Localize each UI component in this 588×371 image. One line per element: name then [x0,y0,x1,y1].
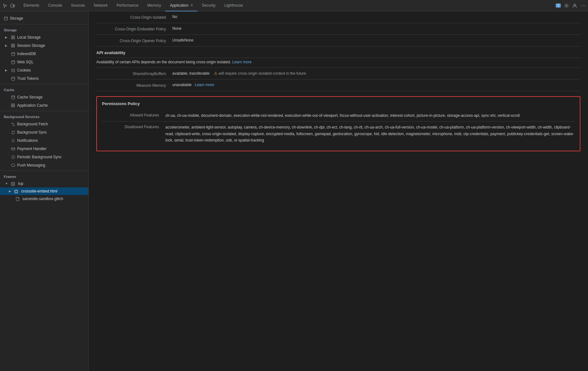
app-cache-label: Application Cache [17,103,48,108]
top-frame-label: top [18,181,23,186]
divider [0,24,88,24]
arrows-icon [11,122,15,126]
api-learn-more-link[interactable]: Learn more [232,60,252,64]
svg-point-17 [13,69,14,70]
bg-fetch-label: Background Fetch [17,122,48,126]
sidebar-item-push[interactable]: Push Messaging [0,161,88,169]
local-storage-label: Local Storage [17,35,41,40]
websql-label: Web SQL [17,60,34,64]
allowed-features-label: Allowed Features [102,112,165,117]
svg-rect-23 [13,104,15,105]
svg-rect-1 [14,5,15,7]
sync-icon [11,130,15,135]
tab-security[interactable]: Security [197,0,220,11]
push-label: Push Messaging [17,163,45,167]
sidebar-item-samesite-sandbox[interactable]: samesite-sandbox.glitch [0,195,88,203]
arrow-icon: ▶ [5,44,9,47]
main-layout: Storage Storage ▶ Local Storage [0,11,588,371]
bg-services-label: Background Services [0,112,88,120]
sidebar-item-trust-tokens[interactable]: Trust Tokens [0,74,88,83]
divider [0,84,88,84]
tab-application[interactable]: Application ✕ [165,0,197,11]
frame-icon [11,181,15,186]
api-note: Availability of certain APIs depends on … [96,58,580,68]
svg-point-21 [11,96,15,97]
grid-icon [11,43,15,48]
tab-console[interactable]: Console [44,0,67,11]
cylinder-icon [11,95,15,99]
frames-section-label: Frames [0,172,88,180]
svg-rect-6 [13,36,15,37]
cylinder-icon [11,52,15,56]
card-icon [11,147,15,151]
issues-badge[interactable]: 2 [556,3,561,8]
divider [0,111,88,111]
measure-learn-more-link[interactable]: Learn more [195,83,214,87]
sidebar-item-crosssite-embed[interactable]: ▶ crosssite-embed.html [0,187,88,195]
tab-performance[interactable]: Performance [112,0,143,11]
tab-elements[interactable]: Elements [19,0,44,11]
svg-rect-22 [11,104,13,105]
svg-rect-26 [11,148,15,150]
payment-label: Payment Handler [17,147,47,151]
profile-icon[interactable] [572,3,577,8]
sidebar-item-top-frame[interactable]: ▼ top [0,180,88,187]
tab-memory[interactable]: Memory [143,0,165,11]
warning-icon: ⚠ [214,71,218,76]
cache-storage-label: Cache Storage [17,95,42,99]
sidebar-item-storage-top[interactable]: Storage [0,14,88,23]
bg-sync-label: Background Sync [17,130,47,135]
disallowed-features-value: accelerometer, ambient-light-sensor, aut… [165,124,575,143]
trust-tokens-label: Trust Tokens [17,76,39,81]
crosssite-label: crosssite-embed.html [21,189,57,193]
svg-point-13 [11,52,15,53]
sidebar-item-app-cache[interactable]: Application Cache [0,101,88,110]
svg-rect-24 [11,106,13,107]
sidebar-item-notifications[interactable]: Notifications [0,136,88,145]
sidebar-item-cache-storage[interactable]: Cache Storage [0,93,88,101]
more-icon[interactable]: ⋯ [580,3,585,8]
allowed-features-row: Allowed Features ch-ua, ch-ua-mobile, do… [102,110,575,122]
tab-sources[interactable]: Sources [67,0,89,11]
sidebar-item-cookies[interactable]: ▶ Cookies [0,66,88,74]
measure-memory-row: Measure Memory unavailable Learn more [96,79,580,91]
device-icon[interactable] [10,3,15,8]
sidebar-item-periodic-sync[interactable]: Periodic Background Sync [0,153,88,161]
settings-icon[interactable] [564,3,569,8]
cloud-icon [11,163,15,167]
grid-icon [11,35,15,40]
sidebar-item-payment[interactable]: Payment Handler [0,145,88,153]
sidebar-item-session-storage[interactable]: ▶ Session Storage [0,41,88,50]
divider [0,171,88,171]
session-storage-label: Session Storage [17,43,45,48]
sidebar-scroll: Storage Storage ▶ Local Storage [0,14,88,368]
sidebar-item-local-storage[interactable]: ▶ Local Storage [0,33,88,41]
arrow-icon: ▶ [5,69,9,72]
cylinder-icon [4,16,8,21]
cross-origin-embedder-label: Cross-Origin Embedder Policy [96,26,172,31]
svg-rect-9 [11,44,13,45]
svg-rect-32 [15,191,17,192]
tab-network[interactable]: Network [89,0,112,11]
tab-bar: Elements Console Sources Network Perform… [0,0,588,11]
cookies-label: Cookies [17,68,31,72]
svg-point-3 [574,4,576,6]
cursor-icon[interactable] [3,3,8,8]
svg-point-14 [11,60,15,62]
cylinder-icon [11,60,15,64]
svg-rect-30 [12,183,14,185]
close-tab-icon[interactable]: ✕ [190,3,193,7]
svg-point-20 [11,77,15,78]
sidebar-item-bg-sync[interactable]: Background Sync [0,128,88,136]
sidebar-item-indexeddb[interactable]: IndexedDB [0,50,88,58]
shared-array-row: SharedArrayBuffers available, transferab… [96,68,580,79]
cookie-icon [11,68,15,72]
samesite-label: samesite-sandbox.glitch [22,197,63,201]
svg-rect-8 [13,38,15,39]
svg-rect-25 [13,106,15,107]
svg-rect-5 [11,36,13,37]
page-icon [16,197,19,201]
sidebar-item-bg-fetch[interactable]: Background Fetch [0,120,88,128]
tab-lighthouse[interactable]: Lighthouse [220,0,247,11]
sidebar-item-websql[interactable]: Web SQL [0,58,88,66]
